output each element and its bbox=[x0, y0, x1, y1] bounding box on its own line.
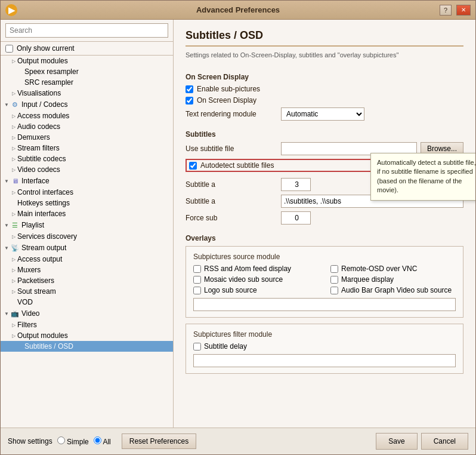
titlebar: ▶ Advanced Preferences ? ✕ bbox=[1, 1, 475, 20]
sidebar-item-label: Audio codecs bbox=[17, 122, 60, 131]
cancel-button[interactable]: Cancel bbox=[421, 433, 468, 450]
save-button[interactable]: Save bbox=[376, 433, 417, 450]
simple-radio[interactable] bbox=[57, 436, 65, 444]
sidebar-item-filters[interactable]: ▷ Filters bbox=[1, 319, 173, 330]
sidebar-item-output-modules-2[interactable]: ▷ Output modules bbox=[1, 330, 173, 341]
page-subtitle: Settings related to On-Screen-Display, s… bbox=[186, 51, 463, 59]
use-subtitle-file-label: Use subtitle file bbox=[186, 145, 281, 153]
sidebar-item-label: VOD bbox=[17, 298, 33, 306]
marquee-checkbox[interactable] bbox=[330, 276, 338, 284]
main-panel: Subtitles / OSD Settings related to On-S… bbox=[174, 20, 475, 428]
close-button[interactable]: ✕ bbox=[456, 5, 471, 16]
sidebar-item-interface[interactable]: ▼ 🖥 Interface bbox=[1, 175, 173, 187]
subpictures-filter-label: Subpictures filter module bbox=[193, 330, 456, 339]
sidebar-item-label: Input / Codecs bbox=[21, 100, 67, 109]
sidebar-item-access-output[interactable]: ▷ Access output bbox=[1, 254, 173, 265]
search-input[interactable] bbox=[5, 23, 168, 38]
sidebar-item-demuxers[interactable]: ▷ Demuxers bbox=[1, 132, 173, 143]
autodetect-checkbox[interactable] bbox=[189, 162, 197, 170]
sidebar-item-speex[interactable]: Speex resampler bbox=[1, 66, 173, 77]
subtitle-delay-checkbox[interactable] bbox=[193, 343, 201, 351]
sidebar-item-packetisers[interactable]: ▷ Packetisers bbox=[1, 275, 173, 286]
arrow-icon: ▷ bbox=[10, 145, 17, 152]
sidebar-item-label: SRC resampler bbox=[24, 78, 73, 87]
app-icon: ▶ bbox=[5, 4, 17, 16]
titlebar-buttons: ? ✕ bbox=[440, 5, 471, 16]
subtitle-encoding-row: Subtitle a bbox=[186, 195, 463, 208]
logo-sub-checkbox[interactable] bbox=[193, 287, 201, 294]
sidebar-item-subtitles-osd[interactable]: Subtitles / OSD bbox=[1, 341, 173, 352]
sidebar-item-audio-codecs[interactable]: ▷ Audio codecs bbox=[1, 121, 173, 132]
sidebar-item-playlist[interactable]: ▼ ☰ Playlist bbox=[1, 219, 173, 231]
sidebar: Only show current ▷ Output modules Speex… bbox=[1, 20, 174, 428]
sidebar-item-services[interactable]: ▷ Services discovery bbox=[1, 231, 173, 242]
sidebar-item-label: Playlist bbox=[21, 221, 44, 229]
subtitle-align-spinbox[interactable] bbox=[281, 178, 311, 191]
sidebar-item-label: Muxers bbox=[17, 266, 41, 274]
sidebar-item-stream-output[interactable]: ▼ 📡 Stream output bbox=[1, 242, 173, 254]
arrow-icon: ▷ bbox=[10, 166, 17, 173]
arrow-icon: ▼ bbox=[3, 222, 10, 229]
arrow-icon: ▼ bbox=[3, 101, 10, 108]
sidebar-item-label: Access modules bbox=[17, 112, 69, 120]
subtitle-align-label: Subtitle a bbox=[186, 180, 281, 189]
arrow-icon: ▷ bbox=[10, 90, 17, 97]
sidebar-item-label: Video codecs bbox=[17, 165, 60, 174]
marquee-item: Marquee display bbox=[330, 275, 456, 284]
enable-subpictures-checkbox[interactable] bbox=[186, 85, 193, 93]
sidebar-item-output-modules-1[interactable]: ▷ Output modules bbox=[1, 56, 173, 66]
sidebar-item-label: Filters bbox=[17, 321, 37, 329]
sidebar-item-sout-stream[interactable]: ▷ Sout stream bbox=[1, 286, 173, 297]
only-current-checkbox[interactable] bbox=[5, 45, 13, 53]
audio-bar-checkbox[interactable] bbox=[330, 287, 338, 294]
force-sub-spinbox[interactable] bbox=[281, 211, 311, 225]
all-label: All bbox=[103, 438, 110, 446]
filter-module-input[interactable] bbox=[193, 354, 456, 367]
sidebar-item-label: Visualisations bbox=[17, 89, 61, 97]
all-radio[interactable] bbox=[94, 436, 101, 444]
arrow-icon: ▷ bbox=[10, 277, 17, 284]
on-screen-display-checkbox[interactable] bbox=[186, 97, 193, 104]
arrow-icon: ▷ bbox=[10, 189, 17, 196]
text-rendering-dropdown[interactable]: Automatic bbox=[281, 107, 364, 121]
sidebar-item-stream-filters[interactable]: ▷ Stream filters bbox=[1, 143, 173, 153]
sidebar-item-main-interfaces[interactable]: ▷ Main interfaces bbox=[1, 208, 173, 219]
sidebar-item-vod[interactable]: VOD bbox=[1, 297, 173, 308]
sidebar-item-label: Stream filters bbox=[17, 144, 60, 152]
sidebar-item-label: Packetisers bbox=[17, 276, 54, 285]
remote-osd-checkbox[interactable] bbox=[330, 265, 338, 273]
playlist-icon: ☰ bbox=[10, 220, 20, 230]
sidebar-item-src[interactable]: SRC resampler bbox=[1, 77, 173, 88]
sidebar-item-label: Subtitle codecs bbox=[17, 155, 66, 163]
sidebar-item-video-codecs[interactable]: ▷ Video codecs bbox=[1, 164, 173, 175]
window-title: Advanced Preferences bbox=[196, 5, 280, 14]
sidebar-item-access[interactable]: ▷ Access modules bbox=[1, 110, 173, 121]
sidebar-item-label: Output modules bbox=[17, 57, 68, 65]
sidebar-item-hotkeys[interactable]: Hotkeys settings bbox=[1, 198, 173, 208]
browse-button[interactable]: Browse... bbox=[421, 142, 463, 155]
reset-preferences-button[interactable]: Reset Preferences bbox=[122, 434, 196, 449]
osd-section-header: On Screen Display bbox=[186, 73, 463, 81]
help-button[interactable]: ? bbox=[440, 5, 452, 16]
subtitle-encoding-label: Subtitle a bbox=[186, 197, 281, 205]
mosaic-checkbox[interactable] bbox=[193, 276, 201, 284]
sidebar-item-visualisations[interactable]: ▷ Visualisations bbox=[1, 88, 173, 99]
sidebar-item-control-interfaces[interactable]: ▷ Control interfaces bbox=[1, 187, 173, 198]
subtitle-encoding-input[interactable] bbox=[281, 195, 463, 208]
sidebar-item-input-codecs[interactable]: ▼ ⚙ Input / Codecs bbox=[1, 99, 173, 110]
source-module-input[interactable] bbox=[193, 298, 456, 311]
mosaic-label: Mosaic video sub source bbox=[204, 275, 283, 284]
audio-bar-item: Audio Bar Graph Video sub source bbox=[330, 286, 456, 294]
rss-atom-checkbox[interactable] bbox=[193, 265, 201, 273]
use-subtitle-file-input[interactable] bbox=[281, 142, 417, 155]
arrow-icon: ▷ bbox=[10, 112, 17, 119]
subtitle-delay-label: Subtitle delay bbox=[204, 342, 247, 351]
sidebar-item-video[interactable]: ▼ 📺 Video bbox=[1, 308, 173, 319]
remote-osd-label: Remote-OSD over VNC bbox=[341, 265, 417, 273]
sidebar-item-subtitle-codecs[interactable]: ▷ Subtitle codecs bbox=[1, 153, 173, 164]
content-area: Only show current ▷ Output modules Speex… bbox=[1, 20, 475, 428]
sidebar-item-label: Output modules bbox=[17, 331, 68, 340]
sidebar-item-label: Subtitles / OSD bbox=[24, 342, 73, 351]
show-settings-label: Show settings bbox=[8, 437, 52, 445]
sidebar-item-muxers[interactable]: ▷ Muxers bbox=[1, 265, 173, 275]
